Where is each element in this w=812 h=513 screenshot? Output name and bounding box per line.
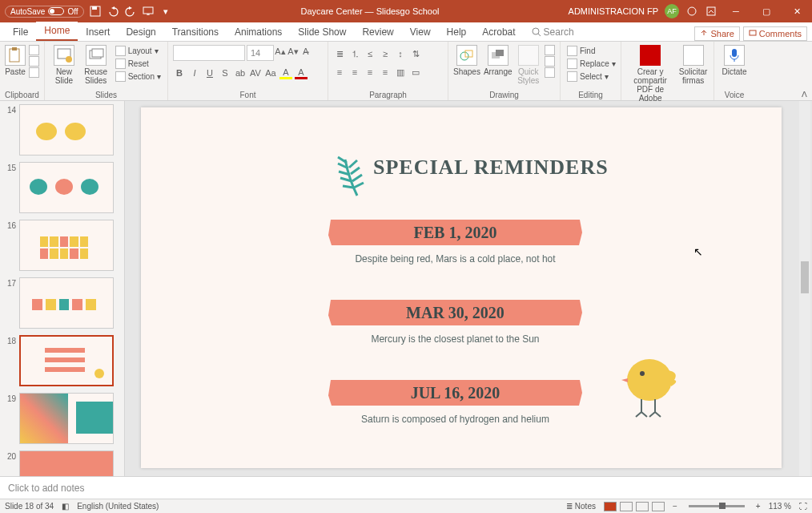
language-status[interactable]: English (United States) (77, 502, 159, 511)
coming-soon-icon[interactable] (685, 5, 698, 18)
fit-window-icon[interactable]: ⛶ (799, 502, 807, 511)
thumbnail-16[interactable] (19, 220, 114, 271)
smartart-icon[interactable]: ▭ (409, 66, 422, 79)
notes-pane[interactable]: Click to add notes (0, 476, 812, 499)
tab-insert[interactable]: Insert (78, 23, 118, 41)
normal-view-icon[interactable] (604, 502, 617, 511)
tab-design[interactable]: Design (118, 23, 163, 41)
increase-font-icon[interactable]: A▴ (274, 45, 287, 58)
dictate-button[interactable]: Dictate (719, 45, 750, 76)
user-avatar[interactable]: AF (665, 4, 679, 18)
tab-file[interactable]: File (5, 23, 36, 41)
find-button[interactable]: Find (565, 45, 617, 57)
line-spacing-icon[interactable]: ↕ (394, 47, 407, 60)
shapes-button[interactable]: Shapes (453, 45, 480, 76)
reuse-slides-button[interactable]: Reuse Slides (82, 45, 111, 85)
thumbnail-panel[interactable]: 14 15 16 17 18 19 20 (0, 101, 125, 476)
copy-icon[interactable] (29, 56, 39, 67)
indent-inc-icon[interactable]: ≥ (379, 47, 392, 60)
share-button[interactable]: Share (694, 26, 739, 41)
align-right-icon[interactable]: ≡ (364, 66, 376, 79)
search-box[interactable]: Search (524, 23, 582, 41)
layout-button[interactable]: Layout ▾ (114, 45, 163, 57)
vertical-scrollbar[interactable] (799, 101, 810, 476)
thumbnail-15[interactable] (19, 162, 114, 213)
save-icon[interactable] (89, 5, 102, 18)
new-slide-button[interactable]: New Slide (50, 45, 78, 85)
thumbnail-17[interactable] (19, 277, 114, 329)
reminder-1[interactable]: FEB 1, 2020 Despite being red, Mars is a… (333, 220, 577, 265)
thumbnail-20[interactable] (19, 450, 114, 476)
bold-icon[interactable]: B (173, 67, 186, 79)
tab-review[interactable]: Review (354, 23, 401, 41)
text-direction-icon[interactable]: ⇅ (409, 47, 422, 60)
slide-title[interactable]: SPECIAL REMINDERS (373, 156, 609, 180)
reminder-3[interactable]: JUL 16, 2020 Saturn is composed of hydro… (333, 380, 577, 425)
redo-icon[interactable] (124, 5, 137, 18)
indent-dec-icon[interactable]: ≤ (364, 47, 376, 60)
thumbnail-19[interactable] (19, 393, 114, 444)
select-button[interactable]: Select ▾ (565, 71, 617, 83)
reminder-2[interactable]: MAR 30, 2020 Mercury is the closest plan… (333, 300, 577, 345)
font-size-combo[interactable]: 14 (247, 45, 274, 61)
align-center-icon[interactable]: ≡ (348, 66, 361, 79)
tab-help[interactable]: Help (439, 23, 475, 41)
slide-position[interactable]: Slide 18 of 34 (5, 502, 54, 511)
tab-view[interactable]: View (402, 23, 439, 41)
italic-icon[interactable]: I (188, 67, 201, 79)
maximize-button[interactable]: ▢ (754, 3, 778, 19)
align-left-icon[interactable]: ≡ (333, 66, 346, 79)
share-pdf-button[interactable]: Crear y compartir PDF de Adobe (626, 45, 674, 103)
shape-effects-icon[interactable] (545, 67, 555, 78)
arrange-button[interactable]: Arrange (484, 45, 513, 76)
shape-outline-icon[interactable] (545, 56, 555, 67)
columns-icon[interactable]: ▥ (394, 66, 407, 79)
tab-animations[interactable]: Animations (227, 23, 290, 41)
section-button[interactable]: Section ▾ (114, 71, 163, 83)
spacing-icon[interactable]: AV (249, 67, 262, 79)
undo-icon[interactable] (107, 5, 119, 18)
zoom-out-icon[interactable]: − (673, 502, 677, 511)
cut-icon[interactable] (29, 45, 39, 55)
format-painter-icon[interactable] (29, 67, 39, 78)
request-sign-button[interactable]: Solicitar firmas (677, 45, 709, 85)
slideshow-icon[interactable] (142, 5, 155, 18)
font-color-icon[interactable]: A (295, 67, 308, 79)
close-button[interactable]: ✕ (785, 3, 809, 19)
zoom-slider[interactable] (689, 505, 745, 507)
zoom-level[interactable]: 113 % (769, 502, 791, 511)
tab-home[interactable]: Home (36, 22, 78, 41)
scrollbar-thumb[interactable] (801, 261, 809, 293)
reading-view-icon[interactable] (636, 502, 649, 511)
tab-transitions[interactable]: Transitions (164, 23, 227, 41)
accessibility-icon[interactable]: ◧ (62, 502, 69, 511)
clear-format-icon[interactable]: A̶ (299, 45, 312, 58)
underline-icon[interactable]: U (203, 67, 216, 79)
strike-icon[interactable]: S (219, 67, 231, 79)
reset-button[interactable]: Reset (114, 58, 163, 70)
slide-canvas[interactable]: SPECIAL REMINDERS FEB 1, 2020 Despite be… (141, 107, 782, 468)
numbering-icon[interactable]: ⒈ (348, 47, 361, 60)
decrease-font-icon[interactable]: A▾ (287, 45, 299, 58)
ribbon-options-icon[interactable] (705, 5, 718, 18)
slide-editor[interactable]: SPECIAL REMINDERS FEB 1, 2020 Despite be… (125, 101, 812, 476)
bullets-icon[interactable]: ≣ (333, 47, 346, 60)
slideshow-view-icon[interactable] (652, 502, 665, 511)
comments-button[interactable]: Comments (743, 26, 807, 41)
autosave-toggle[interactable]: AutoSave Off (5, 6, 84, 18)
minimize-button[interactable]: ─ (724, 3, 748, 19)
collapse-ribbon-icon[interactable]: ᐱ (802, 90, 807, 99)
thumbnail-14[interactable] (19, 104, 114, 156)
zoom-in-icon[interactable]: + (756, 502, 761, 511)
justify-icon[interactable]: ≡ (379, 66, 392, 79)
qat-more-icon[interactable]: ▾ (159, 5, 172, 18)
case-icon[interactable]: Aa (264, 67, 277, 79)
tab-acrobat[interactable]: Acrobat (474, 23, 523, 41)
shape-fill-icon[interactable] (545, 45, 555, 55)
replace-button[interactable]: Replace ▾ (565, 58, 617, 70)
thumbnail-18[interactable] (19, 335, 114, 386)
quick-styles-button[interactable]: Quick Styles (516, 45, 542, 85)
paste-button[interactable]: Paste (5, 45, 26, 76)
shadow-icon[interactable]: ab (234, 67, 247, 79)
highlight-icon[interactable]: A (279, 67, 292, 79)
